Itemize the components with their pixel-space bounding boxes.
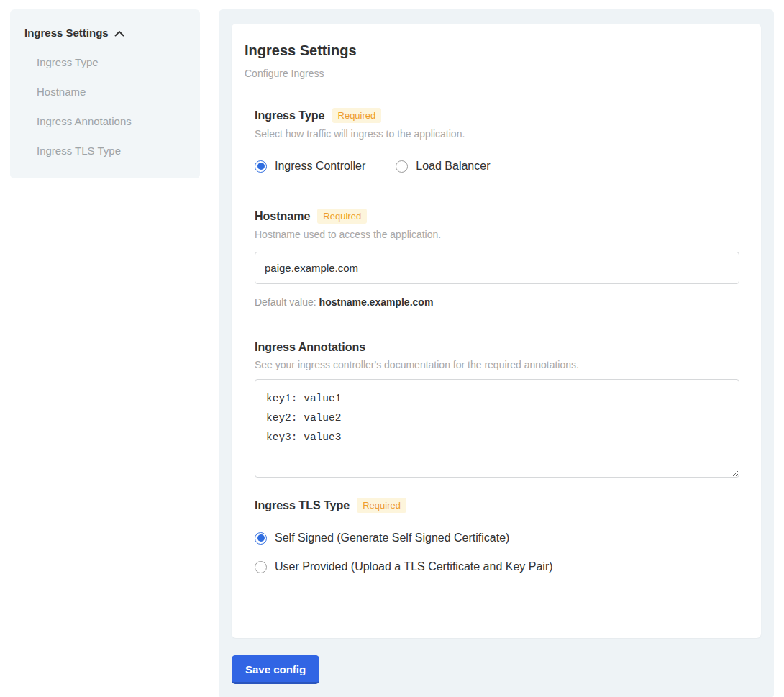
sidebar-item-ingress-tls-type[interactable]: Ingress TLS Type <box>37 145 187 157</box>
ingress-annotations-textarea[interactable]: key1: value1 key2: value2 key3: value3 <box>255 379 739 478</box>
page-title: Ingress Settings <box>245 42 739 59</box>
sidebar-item-ingress-type[interactable]: Ingress Type <box>37 56 187 68</box>
section-ingress-tls-type: Ingress TLS Type Required Self Signed (G… <box>255 498 739 573</box>
ingress-settings-card: Ingress Settings Configure Ingress Ingre… <box>232 24 761 638</box>
radio-option-load-balancer[interactable]: Load Balancer <box>396 160 490 173</box>
section-label-ingress-type: Ingress Type <box>255 109 325 122</box>
sidebar-group-ingress-settings[interactable]: Ingress Settings <box>24 27 187 39</box>
sidebar-item-ingress-annotations[interactable]: Ingress Annotations <box>37 115 187 127</box>
radio-load-balancer[interactable] <box>396 160 408 173</box>
section-label-ingress-tls-type: Ingress TLS Type <box>255 499 350 512</box>
chevron-up-icon <box>114 27 124 39</box>
page-subtitle: Configure Ingress <box>245 68 739 79</box>
radio-label-self-signed: Self Signed (Generate Self Signed Certif… <box>275 532 509 545</box>
required-badge: Required <box>332 108 382 123</box>
radio-option-user-provided[interactable]: User Provided (Upload a TLS Certificate … <box>255 560 739 573</box>
page: Ingress Settings Ingress Type Hostname I… <box>0 0 784 697</box>
sidebar-group-label: Ingress Settings <box>24 27 109 39</box>
section-ingress-type: Ingress Type Required Select how traffic… <box>255 108 739 173</box>
section-hostname: Hostname Required Hostname used to acces… <box>255 209 739 308</box>
section-label-hostname: Hostname <box>255 210 310 223</box>
required-badge: Required <box>317 209 367 224</box>
radio-label-load-balancer: Load Balancer <box>416 160 490 173</box>
radio-option-ingress-controller[interactable]: Ingress Controller <box>255 160 365 173</box>
section-ingress-annotations: Ingress Annotations See your ingress con… <box>255 341 739 480</box>
help-text-hostname: Hostname used to access the application. <box>255 229 739 240</box>
section-label-ingress-annotations: Ingress Annotations <box>255 341 365 354</box>
save-config-button[interactable]: Save config <box>232 655 319 684</box>
config-panel: Ingress Settings Configure Ingress Ingre… <box>219 9 774 697</box>
radio-self-signed[interactable] <box>255 532 267 545</box>
radio-label-ingress-controller: Ingress Controller <box>275 160 365 173</box>
radio-user-provided[interactable] <box>255 561 267 573</box>
hostname-default-label: Default value: <box>255 296 316 308</box>
hostname-default-value: hostname.example.com <box>319 296 434 308</box>
help-text-ingress-annotations: See your ingress controller's documentat… <box>255 359 739 370</box>
radio-option-self-signed[interactable]: Self Signed (Generate Self Signed Certif… <box>255 532 739 545</box>
sidebar-item-hostname[interactable]: Hostname <box>37 86 187 98</box>
help-text-ingress-type: Select how traffic will ingress to the a… <box>255 128 739 140</box>
hostname-input[interactable] <box>255 252 739 284</box>
required-badge: Required <box>357 498 406 513</box>
hostname-default-line: Default value:hostname.example.com <box>255 296 739 308</box>
ingress-type-radio-group: Ingress Controller Load Balancer <box>255 160 739 173</box>
radio-label-user-provided: User Provided (Upload a TLS Certificate … <box>275 560 553 573</box>
tls-type-radio-group: Self Signed (Generate Self Signed Certif… <box>255 532 739 573</box>
radio-ingress-controller[interactable] <box>255 160 267 173</box>
config-nav-sidebar: Ingress Settings Ingress Type Hostname I… <box>10 9 200 178</box>
